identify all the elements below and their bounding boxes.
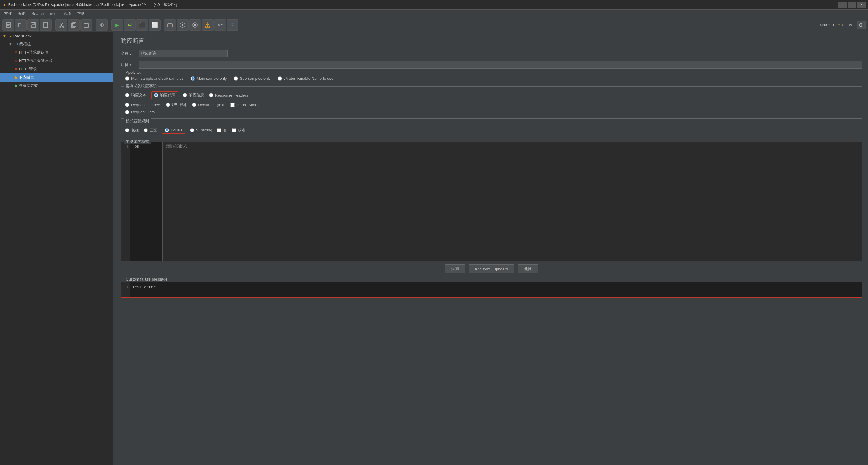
field-response-code-label[interactable]: 响应代码 xyxy=(151,91,178,99)
pattern-matches-label[interactable]: 匹配 xyxy=(144,127,157,133)
custom-failure-section: Custom failure message 1 test error xyxy=(121,280,862,297)
add-clipboard-button[interactable]: Add from Clipboard xyxy=(469,264,515,273)
sidebar-item-redislock-label: RedisLock xyxy=(13,34,32,38)
field-response-text-radio[interactable] xyxy=(125,93,129,97)
apply-jmeter-var-label[interactable]: JMeter Variable Name to use xyxy=(278,76,333,81)
save-button[interactable] xyxy=(27,19,39,31)
apply-sub-only-label[interactable]: Sub-samples only xyxy=(234,76,270,81)
name-input[interactable] xyxy=(138,50,228,57)
minimize-button[interactable]: ─ xyxy=(838,2,846,8)
field-req-headers-label[interactable]: Request Headers xyxy=(125,103,161,107)
pattern-matches-radio[interactable] xyxy=(144,128,148,133)
remote-config-button[interactable] xyxy=(857,21,866,29)
field-response-text: 响应文本 xyxy=(131,92,147,98)
apply-main-sub-label[interactable]: Main sample and sub-samples xyxy=(125,76,183,81)
field-resp-headers-radio[interactable] xyxy=(209,93,213,97)
field-url-sample-label[interactable]: URL样本 xyxy=(166,102,187,108)
field-response-info-radio[interactable] xyxy=(183,93,187,97)
field-doc-text: Document (text) xyxy=(198,103,225,107)
apply-main-only-radio[interactable] xyxy=(191,77,195,81)
field-req-data-radio[interactable] xyxy=(125,110,129,114)
shutdown-button[interactable]: ⬜ xyxy=(149,19,161,31)
field-url-sample-radio[interactable] xyxy=(166,103,170,107)
test-pattern-section: 要测试的模式 1 200 要测试的模式 xyxy=(121,142,862,277)
apply-jmeter-var-radio[interactable] xyxy=(278,77,282,81)
start-button[interactable]: ▶ xyxy=(111,19,123,31)
test-pattern-display-area xyxy=(163,151,862,261)
field-req-data-label[interactable]: Request Data xyxy=(125,110,155,114)
menu-bar: 文件 编辑 Search 运行 选项 帮助 xyxy=(0,9,868,18)
cut-button[interactable] xyxy=(55,19,67,31)
pattern-or-checkbox[interactable] xyxy=(231,128,236,133)
start-no-pause-button[interactable]: ▶| xyxy=(124,19,135,31)
copy-button[interactable] xyxy=(68,19,80,31)
maximize-button[interactable]: □ xyxy=(848,2,856,8)
window-controls[interactable]: ─ □ ✕ xyxy=(838,2,866,8)
open-button[interactable] xyxy=(15,19,27,31)
svg-rect-14 xyxy=(84,24,88,27)
save-as-button[interactable] xyxy=(40,19,52,31)
menu-run[interactable]: 运行 xyxy=(47,10,60,18)
pattern-equals-radio[interactable] xyxy=(165,128,169,133)
pattern-not-checkbox[interactable] xyxy=(217,128,221,133)
remote-shutdown-button[interactable] xyxy=(202,19,214,31)
stop-button[interactable]: ⬛ xyxy=(136,19,148,31)
sidebar-item-http-defaults[interactable]: ✕ HTTP请求默认值 xyxy=(0,48,113,57)
field-response-info-label[interactable]: 响应信息 xyxy=(183,92,204,98)
svg-point-27 xyxy=(207,26,208,27)
menu-file[interactable]: 文件 xyxy=(1,10,15,18)
field-ignore-status-checkbox[interactable] xyxy=(230,103,235,107)
close-button[interactable]: ✕ xyxy=(857,2,866,8)
field-response-text-label[interactable]: 响应文本 xyxy=(125,92,147,98)
sidebar-item-redislock[interactable]: ▼ ▲ RedisLock xyxy=(0,32,113,40)
menu-search[interactable]: Search xyxy=(29,10,47,17)
apply-sub-only-radio[interactable] xyxy=(234,77,238,81)
http-request-icon: ✕ xyxy=(14,67,18,71)
menu-help[interactable]: 帮助 xyxy=(74,10,88,18)
pattern-substring-label[interactable]: Substring xyxy=(190,128,212,133)
pattern-equals-label[interactable]: Equals xyxy=(162,127,185,134)
delete-button[interactable]: 删除 xyxy=(518,264,538,273)
apply-main-only-label[interactable]: Main sample only xyxy=(191,76,226,81)
pattern-not-label[interactable]: 否 xyxy=(217,127,227,133)
svg-marker-22 xyxy=(182,24,184,26)
field-doc-text-radio[interactable] xyxy=(192,103,196,107)
test-pattern-editor: 1 200 xyxy=(121,142,162,261)
custom-failure-input[interactable]: test error xyxy=(130,282,862,297)
help-button[interactable]: ? xyxy=(226,19,239,31)
remote-stop-button[interactable] xyxy=(189,19,201,31)
warning-count: 0 xyxy=(842,23,844,27)
apply-main-sub-text: Main sample and sub-samples xyxy=(131,76,183,81)
pattern-contains-label[interactable]: 包括 xyxy=(125,127,139,133)
paste-button[interactable] xyxy=(80,19,92,31)
remote-start-button[interactable] xyxy=(177,19,189,31)
new-button[interactable] xyxy=(2,19,14,31)
apply-jmeter-var-text: JMeter Variable Name to use xyxy=(284,76,333,81)
apply-main-sub-radio[interactable] xyxy=(125,77,129,81)
add-button[interactable]: 添加 xyxy=(445,264,465,273)
field-doc-text-label[interactable]: Document (text) xyxy=(192,103,225,107)
menu-options[interactable]: 选项 xyxy=(60,10,74,18)
field-ignore-status-label[interactable]: Ignore Status xyxy=(230,103,259,107)
clear-all-button[interactable] xyxy=(164,19,176,31)
sidebar-item-response-assert[interactable]: ◆ 响应断言 xyxy=(0,73,113,82)
sidebar-item-thread-group[interactable]: ▼ ⚙ 线程组 xyxy=(0,40,113,48)
field-resp-headers-label[interactable]: Response Headers xyxy=(209,93,248,97)
pattern-substring-radio[interactable] xyxy=(190,128,194,133)
function-helper-button[interactable]: f(x) xyxy=(214,19,226,31)
sidebar-item-http-header[interactable]: ✕ HTTP信息头管理器 xyxy=(0,57,113,65)
menu-edit[interactable]: 编辑 xyxy=(15,10,29,18)
expand-button[interactable] xyxy=(96,19,107,31)
custom-failure-editor: 1 test error xyxy=(121,282,862,297)
test-pattern-input[interactable]: 200 xyxy=(130,142,162,261)
sidebar-item-view-results[interactable]: ◆ 察看结果树 xyxy=(0,82,113,90)
svg-rect-6 xyxy=(32,25,35,27)
field-req-headers-radio[interactable] xyxy=(125,103,129,107)
sidebar: ▼ ▲ RedisLock ▼ ⚙ 线程组 ✕ HTTP请求默认值 ✕ HTTP… xyxy=(0,32,113,465)
comment-input[interactable] xyxy=(138,61,862,69)
field-response-code-radio[interactable] xyxy=(154,93,158,97)
sidebar-item-http-request[interactable]: ✕ HTTP请求 xyxy=(0,65,113,73)
pattern-contains-radio[interactable] xyxy=(125,128,129,133)
name-label: 名称： xyxy=(121,51,138,56)
pattern-or-label[interactable]: 或者 xyxy=(231,127,245,133)
